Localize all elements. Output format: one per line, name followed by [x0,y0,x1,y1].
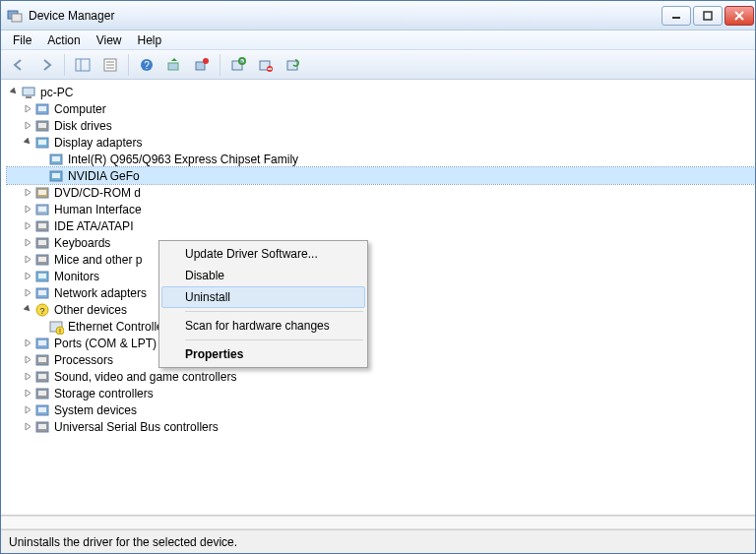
tree-label: Human Interface [54,203,142,216]
expand-icon[interactable] [21,238,34,247]
enable-button[interactable] [282,53,305,77]
context-menu-item[interactable]: Disable [161,265,365,286]
splitter[interactable] [1,516,755,529]
svg-rect-44 [38,257,46,262]
minimize-button[interactable] [662,6,691,26]
tree-node[interactable]: Network adapters [7,284,755,301]
svg-rect-57 [38,357,46,362]
menu-separator [185,339,363,340]
tree-node[interactable]: Monitors [7,268,755,284]
help-button[interactable]: ? [135,53,158,77]
tree-node[interactable]: Keyboards [7,234,755,251]
svg-rect-1 [12,14,22,22]
svg-text:?: ? [144,60,150,71]
collapse-icon[interactable] [7,88,21,96]
expand-icon[interactable] [21,339,34,347]
tree-node[interactable]: Display adapters [7,134,755,151]
expand-icon[interactable] [21,405,34,414]
svg-rect-26 [38,106,46,111]
menu-separator [185,311,363,312]
tree-label: Ethernet Controller [68,320,167,334]
tree-label: Storage controllers [54,387,154,400]
tree-label: Ports (COM & LPT) [54,337,157,350]
collapse-icon[interactable] [21,305,34,314]
window-controls [660,6,754,26]
menu-help[interactable]: Help [130,31,170,49]
svg-rect-46 [38,274,46,278]
menu-action[interactable]: Action [39,31,88,49]
expand-icon[interactable] [21,355,34,364]
tree-label: pc-PC [40,86,73,99]
device-tree[interactable]: pc-PCComputerDisk drivesDisplay adapters… [1,80,755,516]
expand-icon[interactable] [21,255,34,264]
expand-icon[interactable] [21,422,34,431]
expand-icon[interactable] [21,389,34,398]
tree-label: Computer [54,102,106,116]
toolbar-separator [128,54,129,76]
expand-icon[interactable] [21,121,34,130]
expand-icon[interactable] [21,205,34,214]
device-manager-icon [7,8,23,24]
tree-node[interactable]: !Ethernet Controller [7,318,755,335]
tree-label: Intel(R) Q965/Q963 Express Chipset Famil… [68,153,298,166]
svg-text:?: ? [39,306,44,316]
context-menu-item[interactable]: Scan for hardware changes [161,315,365,337]
back-button[interactable] [7,53,31,77]
forward-button[interactable] [34,53,58,77]
maximize-button[interactable] [693,6,723,26]
svg-rect-28 [38,123,46,128]
tree-label: DVD/CD-ROM d [54,186,141,200]
svg-rect-15 [196,62,205,70]
svg-rect-63 [38,407,46,412]
expand-icon[interactable] [21,221,34,230]
toolbar-separator [220,54,220,76]
context-menu-item[interactable]: Properties [161,343,365,365]
tree-node-root[interactable]: pc-PC [7,84,755,100]
tree-node[interactable]: Processors [7,351,755,368]
svg-rect-48 [38,290,46,295]
expand-icon[interactable] [21,372,34,381]
svg-rect-38 [38,207,46,212]
tree-node[interactable]: Mice and other p [7,251,755,268]
tree-label: Keyboards [54,236,110,250]
scan-hardware-button[interactable] [226,53,250,77]
tree-node[interactable]: Computer [7,100,755,117]
disable-button[interactable] [254,53,278,77]
expand-icon[interactable] [21,288,34,297]
window-title: Device Manager [29,9,660,23]
tree-label: IDE ATA/ATAPI [54,219,133,233]
context-menu-item[interactable]: Uninstall [161,286,365,308]
toolbar: ? [1,50,755,80]
svg-rect-3 [704,12,712,20]
menu-view[interactable]: View [89,31,130,49]
collapse-icon[interactable] [21,138,34,147]
expand-icon[interactable] [21,104,34,113]
tree-node[interactable]: Human Interface [7,201,755,217]
tree-node[interactable]: NVIDIA GeFo [7,167,755,184]
tree-node[interactable]: Sound, video and game controllers [7,368,755,385]
context-menu-item[interactable]: Update Driver Software... [161,243,365,265]
update-driver-button[interactable] [162,53,186,77]
tree-node[interactable]: System devices [7,401,755,418]
close-button[interactable] [724,6,754,26]
expand-icon[interactable] [21,188,34,197]
menu-file[interactable]: File [5,31,39,49]
svg-rect-61 [38,391,46,396]
tree-node[interactable]: Universal Serial Bus controllers [7,418,755,435]
tree-node[interactable]: Ports (COM & LPT) [7,335,755,351]
tree-node[interactable]: IDE ATA/ATAPI [7,217,755,234]
tree-label: NVIDIA GeFo [68,169,140,183]
show-hide-console-tree-button[interactable] [71,53,94,77]
tree-node[interactable]: Storage controllers [7,385,755,401]
expand-icon[interactable] [21,272,34,280]
tree-node[interactable]: Intel(R) Q965/Q963 Express Chipset Famil… [7,151,755,167]
tree-label: System devices [54,403,137,417]
tree-node[interactable]: DVD/CD-ROM d [7,184,755,201]
properties-button[interactable] [98,53,122,77]
tree-label: Universal Serial Bus controllers [54,420,219,434]
uninstall-button[interactable] [190,53,214,77]
tree-node[interactable]: ?Other devices [7,301,755,318]
svg-rect-55 [38,340,46,345]
tree-label: Other devices [54,303,127,317]
tree-node[interactable]: Disk drives [7,117,755,134]
